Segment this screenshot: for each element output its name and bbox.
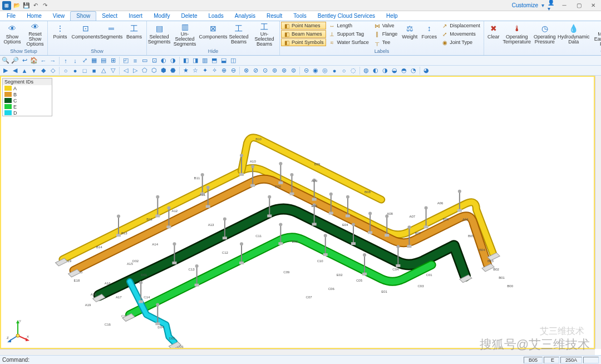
show-options-button[interactable]: 👁Show Options: [1, 22, 23, 47]
valve-button[interactable]: ⋈Valve: [372, 22, 400, 29]
beam-names-button[interactable]: ◧Beam Names: [281, 30, 326, 38]
toolbar-button[interactable]: ⬒: [210, 56, 219, 65]
close-button[interactable]: ✕: [588, 2, 599, 9]
unselected-beams-button[interactable]: 工Un-Selected Beams: [250, 22, 278, 47]
toolbar-button[interactable]: ⊙: [260, 66, 269, 75]
operating-pressure-button[interactable]: ◷Operating Pressure: [532, 22, 558, 47]
toolbar-button[interactable]: ⊛: [279, 66, 288, 75]
weight-button[interactable]: ⚖Weight: [400, 22, 419, 47]
qat-save-icon[interactable]: 💾: [22, 2, 30, 9]
clear-button[interactable]: ✖Clear: [485, 22, 502, 47]
toolbar-button[interactable]: ○: [61, 66, 70, 75]
toolbar-button[interactable]: ⬓: [219, 56, 228, 65]
toolbar-button[interactable]: ⊝: [302, 66, 311, 75]
toolbar-button[interactable]: ◆: [39, 66, 48, 75]
toolbar-button[interactable]: ◐: [159, 56, 168, 65]
components-button[interactable]: ⊡Components: [72, 22, 100, 47]
menu-tab-analysis[interactable]: Analysis: [229, 12, 261, 21]
member-eq-factor-button[interactable]: 〰Member Earthquake Factor: [590, 22, 601, 47]
toolbar-button[interactable]: ◐: [371, 66, 380, 75]
toolbar-button[interactable]: ▼: [29, 66, 38, 75]
unselected-segments-button[interactable]: ▥Un-Selected Segments: [171, 22, 199, 47]
menu-tab-modify[interactable]: Modify: [148, 12, 175, 21]
toolbar-button[interactable]: ▥: [200, 56, 209, 65]
menu-tab-delete[interactable]: Delete: [176, 12, 203, 21]
toolbar-button[interactable]: ⬢: [159, 66, 168, 75]
toolbar-button[interactable]: ☆: [191, 66, 200, 75]
toolbar-button[interactable]: ▤: [99, 56, 108, 65]
menu-tab-bentley-cloud-services[interactable]: Bentley Cloud Services: [312, 12, 381, 21]
toolbar-button[interactable]: ↑: [61, 56, 70, 65]
menu-tab-loads[interactable]: Loads: [203, 12, 229, 21]
menu-tab-view[interactable]: View: [47, 12, 71, 21]
menu-tab-result[interactable]: Result: [261, 12, 288, 21]
toolbar-button[interactable]: ▭: [140, 56, 149, 65]
hydrodynamic-data-button[interactable]: 💧Hydrodynamic Data: [558, 22, 589, 47]
toolbar-button[interactable]: ◓: [400, 66, 408, 75]
horizontal-scrollbar[interactable]: [0, 349, 595, 355]
toolbar-button[interactable]: ⊚: [270, 66, 279, 75]
menu-tab-home[interactable]: Home: [21, 12, 47, 21]
toolbar-button[interactable]: ⊗: [242, 66, 250, 75]
toolbar-button[interactable]: ↓: [71, 56, 80, 65]
point-symbols-button[interactable]: ◧Point Symbols: [281, 38, 326, 46]
toolbar-button[interactable]: ▲: [20, 66, 29, 75]
toolbar-button[interactable]: ✦: [200, 66, 209, 75]
menu-tab-tools[interactable]: Tools: [288, 12, 312, 21]
joint-type-button[interactable]: ◉Joint Type: [439, 38, 482, 46]
toolbar-button[interactable]: ◕: [422, 66, 431, 75]
toolbar-button[interactable]: ◧: [181, 56, 190, 65]
toolbar-button[interactable]: ▽: [109, 66, 117, 75]
toolbar-button[interactable]: ◑: [169, 56, 178, 65]
toolbar-button[interactable]: 🔎: [11, 56, 19, 65]
toolbar-button[interactable]: ⬣: [169, 66, 178, 75]
point-names-button[interactable]: ◧Point Names: [281, 22, 326, 29]
toolbar-button[interactable]: ⊖: [229, 66, 238, 75]
toolbar-button[interactable]: ◉: [311, 66, 320, 75]
selected-beams-button[interactable]: 工Selected Beams: [228, 22, 250, 47]
menu-tab-file[interactable]: File: [1, 12, 21, 21]
menu-tab-insert[interactable]: Insert: [123, 12, 148, 21]
toolbar-button[interactable]: ●: [71, 66, 80, 75]
toolbar-button[interactable]: ⊡: [150, 56, 159, 65]
selected-segments-button[interactable]: ▤Selected Segments: [148, 22, 170, 47]
toolbar-button[interactable]: ◰: [121, 56, 130, 65]
user-icon[interactable]: 👤▾: [548, 2, 555, 9]
toolbar-button[interactable]: ←: [39, 56, 48, 65]
beams-button[interactable]: 工Beams: [123, 22, 145, 47]
toolbar-button[interactable]: ≡: [131, 56, 140, 65]
toolbar-button[interactable]: ◎: [321, 66, 329, 75]
toolbar-button[interactable]: ⤢: [80, 56, 89, 65]
toolbar-button[interactable]: ◫: [229, 56, 238, 65]
customize-link[interactable]: Customize: [512, 2, 538, 8]
maximize-button[interactable]: ▢: [573, 2, 584, 9]
hide-components-button[interactable]: ⊠Components: [199, 22, 227, 47]
toolbar-button[interactable]: ◒: [390, 66, 399, 75]
qat-open-icon[interactable]: 📂: [13, 2, 21, 9]
toolbar-button[interactable]: ★: [181, 66, 190, 75]
toolbar-button[interactable]: ▶: [1, 66, 10, 75]
toolbar-button[interactable]: ◍: [362, 66, 371, 75]
minimize-button[interactable]: ─: [559, 2, 570, 9]
toolbar-button[interactable]: ◑: [381, 66, 390, 75]
toolbar-button[interactable]: □: [80, 66, 89, 75]
toolbar-button[interactable]: ⊘: [251, 66, 260, 75]
viewport[interactable]: Segment IDs ABCED B10A10B09A09B11A11E06B…: [0, 76, 595, 349]
toolbar-button[interactable]: ↩: [20, 56, 29, 65]
length-button[interactable]: ↔Length: [327, 22, 371, 29]
segments-button[interactable]: ═Segments: [100, 22, 122, 47]
toolbar-button[interactable]: ▦: [90, 56, 98, 65]
menu-tab-help[interactable]: Help: [381, 12, 403, 21]
toolbar-button[interactable]: ⬡: [150, 66, 159, 75]
menu-tab-select[interactable]: Select: [96, 12, 123, 21]
toolbar-button[interactable]: ◌: [349, 66, 358, 75]
toolbar-button[interactable]: ✧: [210, 66, 219, 75]
flange-button[interactable]: ‖Flange: [372, 30, 400, 38]
menu-tab-show[interactable]: Show: [70, 11, 96, 21]
toolbar-button[interactable]: →: [48, 56, 57, 65]
tee-button[interactable]: ┬Tee: [372, 38, 400, 46]
toolbar-button[interactable]: △: [99, 66, 108, 75]
movements-button[interactable]: ⤢Movements: [439, 30, 482, 38]
forces-button[interactable]: ↕Forces: [420, 22, 439, 47]
points-button[interactable]: ⋮Points: [49, 22, 71, 47]
